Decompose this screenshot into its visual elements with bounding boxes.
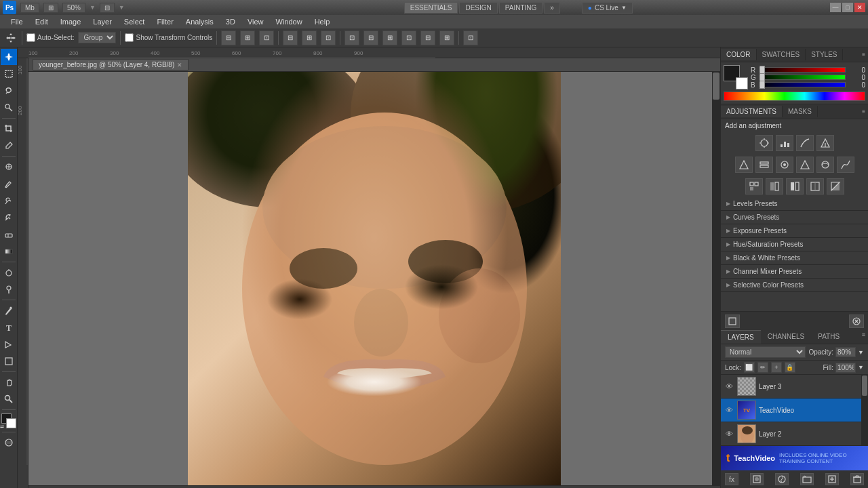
tab-styles[interactable]: STYLES — [806, 49, 843, 60]
layer-visibility-eye-layer2[interactable]: 👁 — [724, 428, 734, 439]
foreground-background-color[interactable]: ⇄ — [1, 413, 16, 428]
distribute-5-button[interactable]: ⊞ — [439, 30, 454, 45]
background-swatch[interactable] — [736, 77, 748, 89]
align-center-h-button[interactable]: ⊞ — [302, 30, 317, 45]
menu-view[interactable]: View — [242, 16, 269, 27]
layer-item-layer2[interactable]: 👁 Layer 2 — [721, 422, 861, 446]
vertical-scrollbar[interactable] — [712, 72, 720, 485]
background-color[interactable] — [6, 418, 16, 428]
move-tool[interactable] — [1, 49, 17, 65]
distribute-4-button[interactable]: ⊟ — [420, 30, 435, 45]
delete-layer-button[interactable] — [850, 473, 864, 485]
blue-slider-thumb[interactable] — [760, 81, 765, 89]
align-left-button[interactable]: ⊟ — [221, 30, 236, 45]
brush-tool[interactable] — [1, 176, 17, 192]
layer-item-layer3[interactable]: 👁 Layer 3 — [721, 375, 861, 399]
mode-button-2[interactable]: ⊞ — [43, 3, 58, 13]
layer-visibility-eye-layer3[interactable]: 👁 — [724, 381, 734, 392]
distribute-h-button[interactable]: ⊞ — [382, 30, 397, 45]
lock-image-button[interactable]: ✏ — [757, 362, 768, 373]
path-select-tool[interactable] — [1, 336, 17, 352]
shape-tool[interactable] — [1, 353, 17, 369]
layer-fx-button[interactable]: fx — [725, 473, 738, 485]
lock-all-button[interactable]: 🔒 — [785, 362, 795, 373]
menu-filter[interactable]: Filter — [151, 16, 178, 27]
colorbalance-adj-button[interactable] — [776, 157, 793, 173]
history-brush-tool[interactable] — [1, 209, 17, 226]
marquee-rect-tool[interactable] — [1, 66, 17, 82]
blue-slider[interactable] — [759, 82, 846, 87]
menu-layer[interactable]: Layer — [87, 16, 117, 27]
preset-curves[interactable]: ▶ Curves Presets — [721, 211, 868, 224]
curves-adj-button[interactable] — [796, 135, 814, 151]
vibrance-adj-button[interactable] — [735, 157, 753, 173]
clone-stamp-tool[interactable] — [1, 192, 17, 209]
menu-window[interactable]: Window — [271, 16, 308, 27]
tab-channels[interactable]: CHANNELS — [761, 330, 811, 344]
crop-tool[interactable] — [1, 121, 17, 137]
zoom-select[interactable]: 50% — [62, 3, 85, 13]
color-spectrum[interactable] — [724, 92, 865, 101]
align-right-button[interactable]: ⊡ — [259, 30, 274, 45]
workspace-more[interactable]: » — [544, 2, 560, 14]
minimize-button[interactable]: — — [830, 3, 841, 12]
auto-select-checkbox[interactable] — [26, 33, 35, 42]
cslive-button[interactable]: ● CS Live ▼ — [582, 2, 633, 14]
quick-select-tool[interactable] — [1, 100, 17, 116]
preset-selective-color[interactable]: ▶ Selective Color Presets — [721, 279, 868, 292]
preset-bw[interactable]: ▶ Black & White Presets — [721, 251, 868, 265]
green-slider[interactable] — [759, 75, 846, 80]
fill-stepper[interactable]: ▼ — [858, 364, 864, 371]
lock-pixels-button[interactable]: ⬜ — [744, 362, 755, 373]
fill-input[interactable] — [835, 363, 856, 373]
blur-tool[interactable] — [1, 264, 17, 281]
preset-channel-mixer[interactable]: ▶ Channel Mixer Presets — [721, 265, 868, 279]
hue-sat-adj-button[interactable] — [755, 157, 773, 173]
distribute-v-button[interactable]: ⊟ — [363, 30, 378, 45]
posterize-adj-button[interactable] — [745, 178, 763, 195]
selective-color-adj-button[interactable] — [806, 178, 824, 195]
dodge-tool[interactable] — [1, 281, 17, 298]
workspace-design[interactable]: DESIGN — [459, 2, 497, 14]
menu-image[interactable]: Image — [55, 16, 87, 27]
adj-reset-button[interactable] — [725, 314, 740, 328]
photofilter-adj-button[interactable] — [816, 157, 834, 173]
align-bottom-button[interactable]: ⊡ — [321, 30, 336, 45]
maximize-button[interactable]: □ — [842, 3, 853, 12]
bw-adj-button[interactable] — [796, 157, 814, 173]
zoom-tool[interactable] — [1, 391, 17, 407]
layers-panel-options[interactable]: ≡ — [859, 330, 868, 344]
preset-levels[interactable]: ▶ Levels Presets — [721, 197, 868, 211]
adjustments-panel-options[interactable]: ≡ — [859, 107, 868, 116]
opacity-input[interactable] — [835, 347, 856, 357]
transform-controls-checkbox[interactable] — [125, 33, 134, 42]
menu-select[interactable]: Select — [119, 16, 151, 27]
quick-mask-button[interactable] — [1, 434, 17, 451]
menu-analysis[interactable]: Analysis — [180, 16, 219, 27]
mode-button[interactable]: Mb — [20, 3, 39, 13]
tab-color[interactable]: COLOR — [721, 49, 757, 60]
red-slider[interactable] — [759, 67, 846, 73]
layer-visibility-eye-teachvideo[interactable]: 👁 — [724, 405, 734, 415]
healing-tool[interactable] — [1, 159, 17, 175]
brightness-adj-button[interactable] — [755, 135, 773, 151]
menu-3d[interactable]: 3D — [220, 16, 241, 27]
menu-help[interactable]: Help — [309, 16, 336, 27]
gradient-tool[interactable] — [1, 243, 17, 260]
panel-options-button[interactable]: ≡ — [859, 50, 868, 59]
type-tool[interactable]: T — [1, 319, 17, 336]
hand-tool[interactable] — [1, 374, 17, 390]
blend-mode-select[interactable]: Normal Multiply Screen Overlay — [725, 346, 806, 358]
tab-paths[interactable]: PATHS — [811, 330, 846, 344]
layer-adjustment-button[interactable] — [775, 473, 789, 485]
layer-item-teachvideo[interactable]: 👁 TV TeachVideo — [721, 399, 861, 422]
extra-button[interactable]: ⊡ — [463, 30, 478, 45]
eraser-tool[interactable] — [1, 226, 17, 243]
tab-swatches[interactable]: SWATCHES — [757, 49, 806, 60]
align-top-button[interactable]: ⊟ — [283, 30, 298, 45]
swap-colors-icon[interactable]: ⇄ — [0, 424, 4, 430]
menu-file[interactable]: File — [5, 16, 28, 27]
new-layer-button[interactable] — [825, 473, 839, 485]
lock-position-button[interactable]: + — [771, 362, 782, 373]
preset-hue-sat[interactable]: ▶ Hue/Saturation Presets — [721, 238, 868, 251]
